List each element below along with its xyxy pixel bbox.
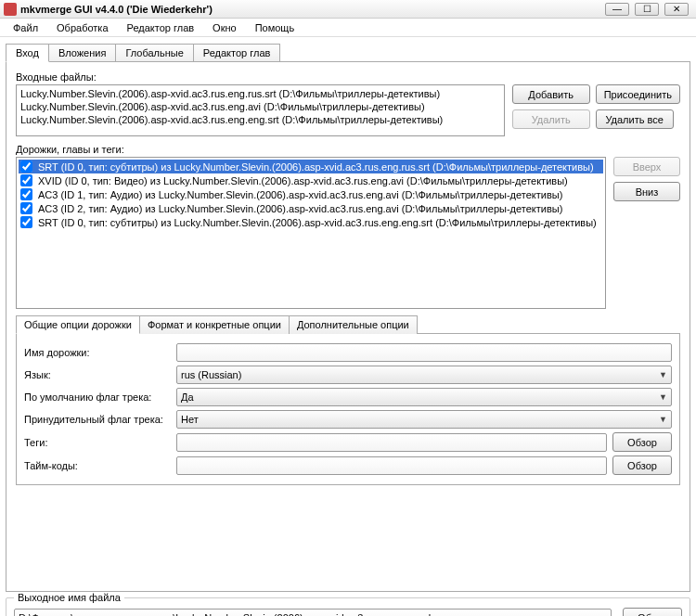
titlebar: mkvmerge GUI v4.4.0 ('Die Wiederkehr') —… <box>0 0 696 19</box>
chevron-down-icon: ▼ <box>659 415 667 424</box>
track-options-panel: Имя дорожки: Язык: rus (Russian) ▼ По ум… <box>16 333 680 485</box>
inner-tab-format[interactable]: Формат и конкретные опции <box>139 315 290 334</box>
forced-flag-label: Принудительный флаг трека: <box>24 414 171 425</box>
inner-tab-general[interactable]: Общие опции дорожки <box>16 315 140 334</box>
app-icon <box>4 3 17 16</box>
track-row[interactable]: AC3 (ID 2, тип: Аудио) из Lucky.Number.S… <box>19 201 603 215</box>
track-checkbox[interactable] <box>20 188 32 200</box>
remove-button[interactable]: Удалить <box>512 109 590 129</box>
menu-help[interactable]: Помощь <box>246 20 304 35</box>
track-options-tabs: Общие опции дорожки Формат и конкретные … <box>16 314 680 333</box>
output-browse-button[interactable]: Обзор <box>623 608 682 616</box>
language-combo[interactable]: rus (Russian) ▼ <box>176 366 672 384</box>
tags-input[interactable] <box>176 433 607 452</box>
tags-browse-button[interactable]: Обзор <box>612 432 672 452</box>
up-button[interactable]: Вверх <box>613 157 680 176</box>
main-tabs: Вход Вложения Глобальные Редактор глав <box>6 43 696 61</box>
tags-label: Теги: <box>24 437 171 448</box>
chevron-down-icon: ▼ <box>659 392 667 402</box>
track-text: SRT (ID 0, тип: субтитры) из Lucky.Numbe… <box>38 161 594 173</box>
inner-tab-extra[interactable]: Дополнительные опции <box>289 315 418 334</box>
track-row[interactable]: AC3 (ID 1, тип: Аудио) из Lucky.Number.S… <box>19 187 603 201</box>
close-button[interactable]: ✕ <box>664 3 689 16</box>
forced-flag-value: Нет <box>181 414 199 425</box>
output-file-input[interactable] <box>14 609 612 617</box>
forced-flag-combo[interactable]: Нет ▼ <box>176 410 672 429</box>
tracks-list[interactable]: SRT (ID 0, тип: субтитры) из Lucky.Numbe… <box>16 157 606 309</box>
remove-all-button[interactable]: Удалить все <box>596 109 674 129</box>
menu-mux[interactable]: Обработка <box>47 20 117 35</box>
chevron-down-icon: ▼ <box>659 370 667 379</box>
menu-chapters[interactable]: Редактор глав <box>118 20 204 35</box>
output-group: Выходное имя файла Обзор <box>6 597 690 616</box>
window-title: mkvmerge GUI v4.4.0 ('Die Wiederkehr') <box>20 4 213 15</box>
language-label: Язык: <box>24 369 171 380</box>
menu-window[interactable]: Окно <box>203 20 246 35</box>
track-text: AC3 (ID 2, тип: Аудио) из Lucky.Number.S… <box>38 203 562 214</box>
track-checkbox[interactable] <box>20 216 32 228</box>
track-text: AC3 (ID 1, тип: Аудио) из Lucky.Number.S… <box>38 189 562 200</box>
file-row[interactable]: Lucky.Number.Slevin.(2006).asp-xvid.ac3.… <box>19 113 502 126</box>
tab-chapter-editor[interactable]: Редактор глав <box>193 44 281 62</box>
append-button[interactable]: Присоединить <box>596 84 680 104</box>
track-text: SRT (ID 0, тип: субтитры) из Lucky.Numbe… <box>38 217 597 228</box>
output-file-label: Выходное имя файла <box>14 592 124 603</box>
track-name-input[interactable] <box>176 343 672 362</box>
menu-file[interactable]: Файл <box>4 20 47 35</box>
maximize-button[interactable]: ☐ <box>635 3 659 16</box>
tab-global[interactable]: Глобальные <box>115 44 193 62</box>
minimize-button[interactable]: — <box>605 3 629 16</box>
add-button[interactable]: Добавить <box>512 84 590 104</box>
input-files-list[interactable]: Lucky.Number.Slevin.(2006).asp-xvid.ac3.… <box>16 84 505 136</box>
track-checkbox[interactable] <box>20 202 32 214</box>
track-row[interactable]: SRT (ID 0, тип: субтитры) из Lucky.Numbe… <box>19 160 603 173</box>
tab-input[interactable]: Вход <box>6 44 49 62</box>
track-text: XVID (ID 0, тип: Видео) из Lucky.Number.… <box>38 175 568 186</box>
menubar: Файл Обработка Редактор глав Окно Помощь <box>0 19 696 37</box>
input-files-label: Входные файлы: <box>16 71 680 83</box>
tab-page-input: Входные файлы: Lucky.Number.Slevin.(2006… <box>6 61 690 592</box>
timecodes-input[interactable] <box>176 456 607 475</box>
tab-attachments[interactable]: Вложения <box>48 44 117 62</box>
track-name-label: Имя дорожки: <box>24 347 171 358</box>
file-row[interactable]: Lucky.Number.Slevin.(2006).asp-xvid.ac3.… <box>19 100 502 113</box>
default-flag-label: По умолчанию флаг трека: <box>24 391 171 403</box>
language-value: rus (Russian) <box>181 369 241 380</box>
default-flag-combo[interactable]: Да ▼ <box>176 388 672 406</box>
timecodes-label: Тайм-коды: <box>24 460 171 471</box>
timecodes-browse-button[interactable]: Обзор <box>612 456 672 475</box>
track-checkbox[interactable] <box>20 160 32 173</box>
tracks-label: Дорожки, главы и теги: <box>16 144 680 155</box>
track-row[interactable]: SRT (ID 0, тип: субтитры) из Lucky.Numbe… <box>19 215 603 229</box>
down-button[interactable]: Вниз <box>613 182 680 201</box>
track-row[interactable]: XVID (ID 0, тип: Видео) из Lucky.Number.… <box>19 173 603 187</box>
default-flag-value: Да <box>181 391 194 403</box>
track-checkbox[interactable] <box>20 174 32 186</box>
file-row[interactable]: Lucky.Number.Slevin.(2006).asp-xvid.ac3.… <box>19 87 502 100</box>
